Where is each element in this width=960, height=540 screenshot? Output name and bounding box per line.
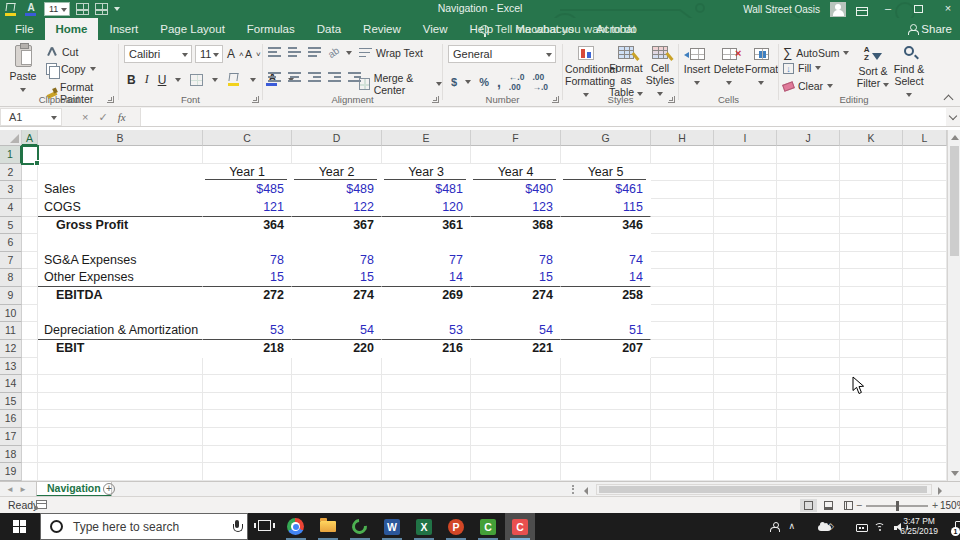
col-header-J[interactable]: J <box>777 130 840 146</box>
cell-H2[interactable] <box>651 164 714 182</box>
merge-center-button[interactable]: Merge & Center <box>359 72 442 96</box>
cell-G12[interactable]: 207 <box>561 340 651 358</box>
cell-L16[interactable] <box>903 410 947 428</box>
cell-H5[interactable] <box>651 217 714 235</box>
row-header-1[interactable]: 1 <box>0 146 22 164</box>
number-format-combo[interactable]: General <box>448 45 556 63</box>
cell-C17[interactable] <box>203 428 292 446</box>
cell-G17[interactable] <box>561 428 651 446</box>
cell-H16[interactable] <box>651 410 714 428</box>
autosum-button[interactable]: ∑AutoSum <box>783 45 849 60</box>
formula-input[interactable] <box>140 108 946 126</box>
cell-F6[interactable] <box>471 234 561 252</box>
cell-K11[interactable] <box>840 322 903 340</box>
cell-E14[interactable] <box>382 375 471 393</box>
cell-A14[interactable] <box>22 375 38 393</box>
align-bottom-icon[interactable] <box>308 47 321 58</box>
taskbar-chrome[interactable] <box>281 513 311 540</box>
cell-J15[interactable] <box>777 393 840 411</box>
task-view-button[interactable] <box>250 513 280 540</box>
cell-styles-button[interactable]: CellStyles <box>645 46 675 98</box>
name-box[interactable]: A1 <box>0 108 62 126</box>
cell-G18[interactable] <box>561 446 651 464</box>
cell-D1[interactable] <box>292 146 382 164</box>
cut-button[interactable]: Cut <box>46 46 78 58</box>
cell-B9[interactable]: EBITDA <box>38 287 203 305</box>
cell-K13[interactable] <box>840 358 903 376</box>
cell-E10[interactable] <box>382 305 471 323</box>
cell-D7[interactable]: 78 <box>292 252 382 270</box>
cell-I19[interactable] <box>714 463 777 481</box>
copy-button[interactable]: Copy <box>46 63 96 75</box>
restore-button[interactable] <box>908 1 928 17</box>
cell-L1[interactable] <box>903 146 947 164</box>
tab-page-layout[interactable]: Page Layout <box>149 18 236 40</box>
cell-C1[interactable] <box>203 146 292 164</box>
new-sheet-button[interactable]: + <box>103 483 115 495</box>
font-dialog-launcher[interactable] <box>252 96 259 103</box>
cell-L4[interactable] <box>903 199 947 217</box>
cell-L9[interactable] <box>903 287 947 305</box>
cell-A15[interactable] <box>22 393 38 411</box>
cell-K5[interactable] <box>840 217 903 235</box>
cell-A7[interactable] <box>22 252 38 270</box>
cell-J17[interactable] <box>777 428 840 446</box>
row-header-19[interactable]: 19 <box>0 463 22 481</box>
col-header-H[interactable]: H <box>651 130 714 146</box>
cell-G19[interactable] <box>561 463 651 481</box>
taskbar-clock[interactable]: 3:47 PM 6/25/2019 <box>900 517 938 536</box>
delete-cells-button[interactable]: × Delete <box>713 48 745 87</box>
zoom-slider-thumb[interactable] <box>896 501 899 511</box>
italic-button[interactable]: I <box>145 72 149 87</box>
cell-B5[interactable]: Gross Profit <box>38 217 203 235</box>
macro-record-icon[interactable] <box>36 500 47 509</box>
col-header-B[interactable]: B <box>38 130 203 146</box>
cancel-formula-icon[interactable]: × <box>82 111 88 123</box>
scroll-left-icon[interactable] <box>584 487 588 495</box>
ribbon-display-options-icon[interactable] <box>856 7 868 16</box>
decrease-indent-icon[interactable] <box>328 72 341 83</box>
col-header-E[interactable]: E <box>382 130 471 146</box>
cell-H19[interactable] <box>651 463 714 481</box>
page-layout-view-button[interactable] <box>820 499 837 512</box>
cell-K16[interactable] <box>840 410 903 428</box>
row-header-5[interactable]: 5 <box>0 217 22 235</box>
cell-I3[interactable] <box>714 181 777 199</box>
cell-C6[interactable] <box>203 234 292 252</box>
cell-K1[interactable] <box>840 146 903 164</box>
cell-K3[interactable] <box>840 181 903 199</box>
cell-H10[interactable] <box>651 305 714 323</box>
cell-D2[interactable]: Year 2 <box>292 164 382 182</box>
cell-C16[interactable] <box>203 410 292 428</box>
cell-H13[interactable] <box>651 358 714 376</box>
cell-A2[interactable] <box>22 164 38 182</box>
cell-E12[interactable]: 216 <box>382 340 471 358</box>
cell-K14[interactable] <box>840 375 903 393</box>
cell-J7[interactable] <box>777 252 840 270</box>
cell-A8[interactable] <box>22 269 38 287</box>
cell-A4[interactable] <box>22 199 38 217</box>
cell-J16[interactable] <box>777 410 840 428</box>
row-header-17[interactable]: 17 <box>0 428 22 446</box>
row-header-6[interactable]: 6 <box>0 234 22 252</box>
percent-style-icon[interactable]: % <box>479 76 489 88</box>
cell-A6[interactable] <box>22 234 38 252</box>
cell-L11[interactable] <box>903 322 947 340</box>
cell-D11[interactable]: 54 <box>292 322 382 340</box>
cell-A11[interactable] <box>22 322 38 340</box>
cell-C7[interactable]: 78 <box>203 252 292 270</box>
cell-H8[interactable] <box>651 269 714 287</box>
cell-C9[interactable]: 272 <box>203 287 292 305</box>
cell-C12[interactable]: 218 <box>203 340 292 358</box>
tab-formulas[interactable]: Formulas <box>236 18 306 40</box>
cell-H9[interactable] <box>651 287 714 305</box>
cell-A16[interactable] <box>22 410 38 428</box>
cell-L6[interactable] <box>903 234 947 252</box>
cell-B15[interactable] <box>38 393 203 411</box>
cell-K10[interactable] <box>840 305 903 323</box>
col-header-C[interactable]: C <box>203 130 292 146</box>
borders-dropdown[interactable] <box>212 78 218 82</box>
row-header-2[interactable]: 2 <box>0 164 22 182</box>
cell-E11[interactable]: 53 <box>382 322 471 340</box>
align-right-icon[interactable] <box>308 72 321 83</box>
